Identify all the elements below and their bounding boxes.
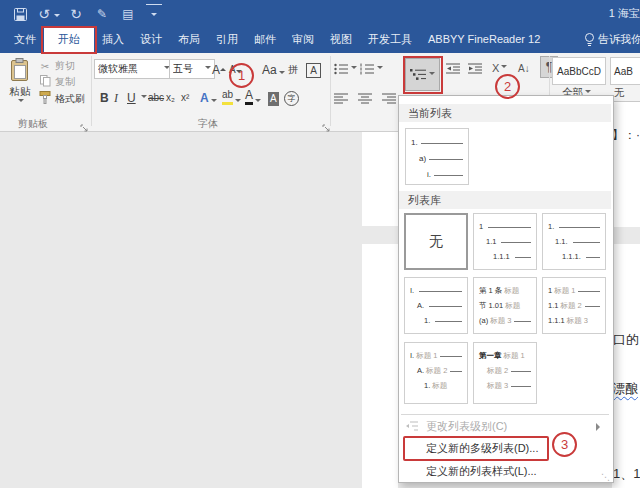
format-painter-icon <box>38 91 52 106</box>
current-list-option[interactable]: 1. a) i. <box>405 128 469 185</box>
menu-define-multilevel-list[interactable]: 定义新的多级列表(D)... <box>399 437 611 460</box>
font-family-combo[interactable]: 微软雅黑 <box>94 59 174 79</box>
highlight-icon: ab <box>222 88 233 105</box>
list-option[interactable]: 第 1 条标题 节 1.01标题 (a)标题 3 <box>473 277 537 334</box>
enclose-characters-icon: 字 <box>284 91 299 106</box>
strikethrough-button[interactable]: abc <box>148 87 164 105</box>
character-border-button[interactable]: A <box>306 60 321 78</box>
superscript-button[interactable]: x² <box>181 87 189 105</box>
change-case-button[interactable]: Aa <box>262 59 285 77</box>
title-bar: ↺ ↻ ✎ ▤ 1 海宝 <box>0 0 640 26</box>
phonetic-guide-icon: 拼 <box>288 63 298 77</box>
text-effects-button[interactable]: A <box>200 87 217 105</box>
style-item-2[interactable]: AaB <box>610 57 640 85</box>
font-color-icon: A <box>245 88 253 105</box>
increase-indent-button[interactable] <box>468 59 483 79</box>
list-option[interactable]: 第一章标题 1 标题 2 标题 3 <box>473 342 537 404</box>
tab-abbyy[interactable]: ABBYY FineReader 12 <box>420 26 548 53</box>
clipboard-group-label: 剪贴板 <box>18 117 48 131</box>
cut-button[interactable]: ✂ 剪切 <box>38 59 75 73</box>
phonetic-guide-button[interactable]: 拼 <box>288 59 298 77</box>
clipboard-icon <box>11 58 30 82</box>
document-page[interactable] <box>362 244 398 488</box>
group-separator <box>330 56 331 126</box>
italic-button[interactable]: I <box>114 87 118 105</box>
bullets-caret-icon <box>351 66 357 72</box>
copy-button[interactable]: 复制 <box>38 75 75 89</box>
numbering-caret-icon <box>377 66 383 72</box>
subscript-button[interactable]: x₂ <box>166 87 175 105</box>
increase-indent-icon <box>468 63 483 75</box>
tab-view[interactable]: 视图 <box>322 26 360 53</box>
align-center-button[interactable] <box>358 88 373 108</box>
list-option[interactable]: 1 1.1 1.1.1 <box>473 213 537 270</box>
enclose-characters-button[interactable]: 字 <box>284 88 299 106</box>
tab-mailings[interactable]: 邮件 <box>246 26 284 53</box>
sort-button[interactable]: A↓ <box>518 58 530 78</box>
tell-me-box[interactable]: 告诉我你 <box>584 26 640 53</box>
list-option[interactable]: 1. 1.1. 1.1.1. <box>542 213 606 270</box>
format-painter-button[interactable]: 格式刷 <box>38 91 85 106</box>
document-text-misspelled: 漂酿 <box>612 380 638 398</box>
grow-font-button[interactable]: A <box>212 59 226 77</box>
tab-developer[interactable]: 开发工具 <box>360 26 420 53</box>
qat-card-button[interactable]: ▤ <box>120 5 136 23</box>
numbering-button[interactable] <box>360 59 383 79</box>
tab-review[interactable]: 审阅 <box>284 26 322 53</box>
change-case-icon: Aa <box>262 63 277 77</box>
strikethrough-icon: abc <box>148 91 164 105</box>
document-page[interactable] <box>612 244 640 488</box>
multilevel-list-button[interactable] <box>405 58 440 91</box>
tab-design[interactable]: 设计 <box>132 26 170 53</box>
redo-button[interactable]: ↻ <box>68 5 84 23</box>
decrease-indent-button[interactable] <box>446 59 461 79</box>
save-button[interactable] <box>12 5 28 23</box>
list-option[interactable]: I. A. 1. <box>404 277 468 334</box>
tab-layout[interactable]: 布局 <box>170 26 208 53</box>
list-option-none[interactable]: 无 <box>404 213 468 270</box>
style-item-2-label[interactable]: 无 <box>614 86 625 100</box>
superscript-icon: x² <box>181 91 189 105</box>
paste-label: 粘贴 <box>10 85 31 99</box>
tab-file[interactable]: 文件 <box>6 26 44 53</box>
document-page[interactable] <box>612 101 640 227</box>
bold-button[interactable]: B <box>100 87 109 105</box>
font-group-label: 字体 <box>198 117 218 131</box>
tab-insert[interactable]: 插入 <box>94 26 132 53</box>
undo-icon: ↺ <box>38 5 50 23</box>
qat-brush-button[interactable]: ✎ <box>94 5 110 23</box>
grow-font-icon: A <box>212 63 220 77</box>
underline-button[interactable]: U <box>127 87 136 105</box>
align-left-button[interactable] <box>334 88 349 108</box>
resize-grip-icon[interactable] <box>601 472 610 482</box>
bullets-button[interactable] <box>334 59 357 79</box>
font-color-button[interactable]: A <box>245 87 261 105</box>
align-right-button[interactable] <box>382 88 397 108</box>
card-icon: ▤ <box>122 5 133 23</box>
character-shading-button[interactable]: A <box>268 88 279 106</box>
list-option[interactable]: 1标题 1 1.1标题 2 1.1.1标题 3 <box>542 277 606 334</box>
font-size-value: 五号 <box>173 62 203 76</box>
italic-icon: I <box>114 91 118 105</box>
underline-caret-icon[interactable] <box>141 95 147 101</box>
word-window: ↺ ↻ ✎ ▤ 1 海宝 文件 开始 插入 设计 布局 引用 邮件 <box>0 0 640 488</box>
tab-references[interactable]: 引用 <box>208 26 246 53</box>
font-size-combo[interactable]: 五号 <box>169 59 215 79</box>
list-option[interactable]: I.标题 1 A.标题 2 1.标题 <box>404 342 468 404</box>
clipboard-dialog-launcher[interactable] <box>80 119 89 137</box>
asian-layout-icon: X <box>492 62 499 74</box>
menu-define-list-style[interactable]: 定义新的列表样式(L)... <box>399 462 611 480</box>
tab-home[interactable]: 开始 <box>44 26 94 53</box>
document-text: 口的 <box>613 331 639 349</box>
callout-1: 1 <box>229 63 254 88</box>
undo-caret-icon[interactable] <box>54 14 60 20</box>
numbering-icon <box>360 63 375 75</box>
document-page[interactable] <box>362 132 398 226</box>
undo-button[interactable]: ↺ <box>36 5 52 23</box>
highlight-button[interactable]: ab <box>222 87 241 105</box>
paste-button[interactable]: 粘贴 <box>4 58 36 114</box>
cut-label: 剪切 <box>55 59 75 73</box>
tell-me-label: 告诉我你 <box>598 32 640 47</box>
style-item-1[interactable]: AaBbCcD <box>552 57 606 85</box>
customize-qat-button[interactable] <box>146 4 162 24</box>
